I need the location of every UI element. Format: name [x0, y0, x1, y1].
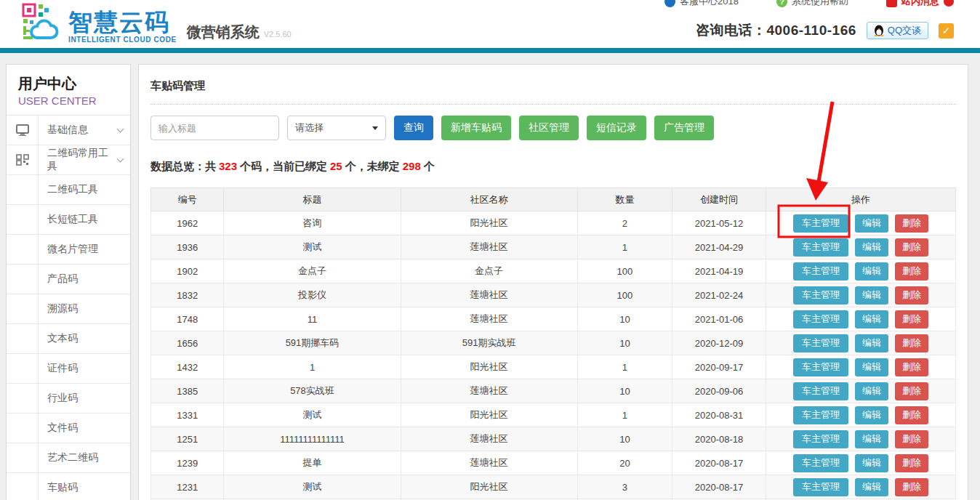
owner-manage-button[interactable]: 车主管理: [793, 382, 848, 400]
sidebar-icon-cell: [7, 354, 39, 383]
service-center-link[interactable]: 客服中心2018: [664, 0, 739, 8]
edit-button[interactable]: 编辑: [855, 214, 888, 233]
cell-title: 测试: [224, 475, 401, 499]
sidebar-item[interactable]: 溯源码: [7, 294, 130, 324]
sidebar-subtitle: USER CENTER: [18, 94, 119, 107]
delete-button[interactable]: 删除: [895, 310, 928, 328]
edit-button[interactable]: 编辑: [855, 238, 888, 257]
owner-manage-button[interactable]: 车主管理: [793, 454, 848, 472]
sidebar-item[interactable]: 车贴码: [7, 473, 130, 500]
edit-button[interactable]: 编辑: [855, 334, 888, 352]
logo-subtitle: INTELLIGENT CLOUD CODE: [68, 36, 177, 44]
sidebar-item[interactable]: 微名片管理: [7, 235, 130, 265]
table-row: 125111111111111111莲塘社区102020-08-18车主管理编辑…: [151, 427, 956, 451]
cell-created: 2021-04-29: [672, 235, 766, 259]
cell-community: 阳光社区: [401, 403, 577, 427]
cell-title: 测试: [224, 403, 401, 427]
sidebar-item-label: 车贴码: [47, 481, 123, 494]
delete-button[interactable]: 删除: [895, 406, 928, 424]
sidebar-group-basic-info[interactable]: 基础信息: [7, 116, 130, 145]
delete-button[interactable]: 删除: [895, 286, 928, 305]
delete-button[interactable]: 删除: [895, 358, 928, 376]
cell-id: 1331: [151, 403, 224, 427]
cell-qty: 20: [577, 451, 672, 475]
owner-manage-button[interactable]: 车主管理: [793, 286, 848, 305]
delete-button[interactable]: 删除: [895, 262, 928, 281]
delete-button[interactable]: 删除: [895, 238, 928, 257]
logo: 智慧云码 INTELLIGENT CLOUD CODE 微营销系统 V2.5.6…: [22, 3, 292, 44]
edit-button[interactable]: 编辑: [855, 310, 888, 328]
verified-check-badge[interactable]: ✓: [939, 23, 954, 39]
owner-manage-button[interactable]: 车主管理: [793, 430, 848, 448]
edit-button[interactable]: 编辑: [855, 478, 888, 496]
sidebar-item[interactable]: 文本码: [7, 324, 130, 354]
edit-button[interactable]: 编辑: [855, 406, 888, 424]
sidebar-icon-cell: [7, 443, 39, 472]
sidebar-item[interactable]: 艺术二维码: [7, 443, 130, 473]
delete-button[interactable]: 删除: [895, 334, 928, 352]
edit-button[interactable]: 编辑: [855, 286, 888, 305]
sidebar-icon-cell: [7, 235, 39, 264]
owner-manage-button[interactable]: 车主管理: [793, 334, 848, 352]
edit-button[interactable]: 编辑: [855, 358, 888, 376]
sidebar-item[interactable]: 文件码: [7, 414, 130, 443]
sidebar-group-qrcode-tools[interactable]: 二维码常用工具: [7, 145, 130, 175]
table-row: 1902金点子金点子1002021-04-19车主管理编辑删除: [151, 259, 956, 283]
owner-manage-button[interactable]: 车主管理: [793, 214, 848, 233]
add-car-sticker-button[interactable]: 新增车贴码: [441, 116, 511, 140]
table-row: 1832投影仪莲塘社区1002021-02-24车主管理编辑删除: [151, 283, 956, 307]
community-manage-button[interactable]: 社区管理: [519, 116, 579, 140]
title-search-input[interactable]: [150, 116, 279, 140]
owner-manage-button[interactable]: 车主管理: [793, 406, 848, 424]
sidebar-item[interactable]: 长短链工具: [7, 205, 130, 235]
table-body: 1962咨询阳光社区22021-05-12车主管理编辑删除1936测试莲塘社区1…: [151, 211, 956, 500]
sidebar-item[interactable]: 二维码工具: [7, 175, 130, 205]
delete-button[interactable]: 删除: [895, 454, 928, 472]
sidebar-item[interactable]: 产品码: [7, 265, 130, 294]
cell-actions: 车主管理编辑删除: [766, 427, 955, 451]
sidebar-item-label: 溯源码: [47, 302, 123, 315]
sidebar-item[interactable]: 证件码: [7, 354, 130, 384]
qq-penguin-icon: [874, 25, 884, 36]
cell-title: 金点子: [224, 259, 401, 283]
total-count: 323: [216, 160, 240, 172]
cell-actions: 车主管理编辑删除: [766, 307, 955, 331]
sidebar-icon-cell: [7, 294, 39, 323]
delete-button[interactable]: 删除: [895, 430, 928, 448]
delete-button[interactable]: 删除: [895, 214, 928, 233]
cell-created: 2020-12-09: [672, 331, 766, 355]
table-row: 174811莲塘社区102021-01-06车主管理编辑删除: [151, 307, 956, 331]
delete-button[interactable]: 删除: [895, 478, 928, 496]
cell-id: 1385: [151, 379, 224, 403]
site-messages-link[interactable]: 站内消息: [886, 0, 954, 8]
table-header-row: 编号标题社区名称数量创建时间操作: [151, 188, 956, 211]
sidebar-item[interactable]: 行业码: [7, 384, 130, 414]
edit-button[interactable]: 编辑: [855, 430, 888, 448]
owner-manage-button[interactable]: 车主管理: [793, 238, 848, 257]
delete-button[interactable]: 删除: [895, 382, 928, 400]
unbound-count: 298: [400, 160, 424, 172]
filter-select[interactable]: 请选择: [287, 116, 386, 140]
cell-title: 咨询: [224, 211, 401, 235]
table-row: 1962咨询阳光社区22021-05-12车主管理编辑删除: [151, 211, 956, 235]
cell-id: 1239: [151, 451, 224, 475]
owner-manage-button[interactable]: 车主管理: [793, 262, 848, 281]
system-help-link[interactable]: ? 系统使用帮助: [776, 0, 848, 8]
owner-manage-button[interactable]: 车主管理: [793, 310, 848, 328]
query-button[interactable]: 查询: [394, 116, 433, 140]
cell-actions: 车主管理编辑删除: [766, 451, 955, 475]
owner-manage-button[interactable]: 车主管理: [793, 358, 848, 376]
ads-manage-button[interactable]: 广告管理: [654, 116, 714, 140]
cell-id: 1832: [151, 283, 224, 307]
edit-button[interactable]: 编辑: [855, 262, 888, 281]
cell-actions: 车主管理编辑删除: [766, 355, 955, 379]
toolbar: 请选择 查询 新增车贴码 社区管理 短信记录 广告管理: [150, 116, 956, 140]
cell-actions: 车主管理编辑删除: [766, 331, 955, 355]
edit-button[interactable]: 编辑: [855, 454, 888, 472]
sidebar-item-label: 艺术二维码: [47, 451, 123, 464]
edit-button[interactable]: 编辑: [855, 382, 888, 400]
owner-manage-button[interactable]: 车主管理: [793, 478, 848, 496]
qq-chat-button[interactable]: QQ交谈: [867, 22, 928, 39]
sms-records-button[interactable]: 短信记录: [587, 116, 646, 140]
cell-qty: 1: [577, 355, 672, 379]
